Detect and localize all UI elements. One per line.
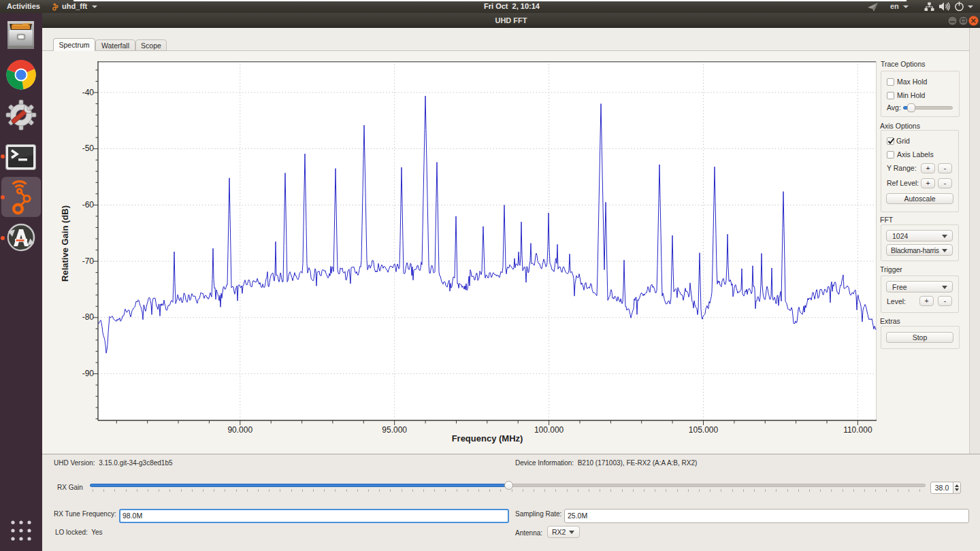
svg-text:105.000: 105.000 xyxy=(689,425,719,435)
svg-text:-60: -60 xyxy=(82,200,95,210)
svg-text:Frequency (MHz): Frequency (MHz) xyxy=(452,433,523,444)
svg-text:95.000: 95.000 xyxy=(382,425,407,435)
svg-text:Relative Gain (dB): Relative Gain (dB) xyxy=(60,205,70,282)
svg-text:90.000: 90.000 xyxy=(227,425,252,435)
svg-text:-40: -40 xyxy=(82,88,95,97)
svg-text:-50: -50 xyxy=(82,144,95,153)
svg-text:100.000: 100.000 xyxy=(534,425,564,435)
svg-text:110.000: 110.000 xyxy=(843,425,872,435)
svg-text:-70: -70 xyxy=(82,256,95,266)
svg-text:-80: -80 xyxy=(82,312,95,322)
svg-text:-90: -90 xyxy=(82,369,95,378)
